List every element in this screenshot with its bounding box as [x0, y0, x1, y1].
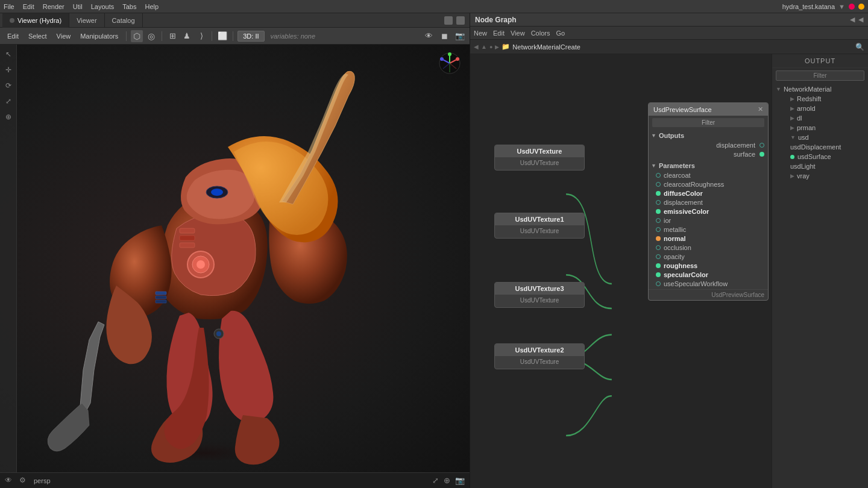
toolbar-arrow-icon[interactable]: ⟩	[195, 30, 207, 42]
tab-icon-collapse[interactable]	[444, 16, 453, 25]
vray-arrow-icon: ▶	[790, 173, 794, 179]
toolbar-variables: variables: none	[271, 33, 316, 40]
node-usd-uv-texture-2[interactable]: UsdUVTexture1 UsdUVTexture	[494, 213, 585, 239]
window-dot-red[interactable]	[849, 4, 855, 10]
tool-scale-icon[interactable]: ⤢	[2, 95, 14, 107]
window-dot-yellow[interactable]	[858, 4, 864, 10]
ps-param-opacity: opacity	[651, 252, 764, 261]
toolbar-person-icon[interactable]: ♟	[181, 30, 193, 42]
robot-model	[17, 57, 439, 472]
ps-param-use-specular: useSpecularWorkflow	[651, 279, 764, 288]
ps-node-title: UsdPreviewSurface ✕	[649, 103, 768, 116]
ps-output-surface: surface	[651, 149, 764, 158]
ps-params-triangle-icon[interactable]: ▼	[651, 163, 656, 169]
node-usd-uv-texture-4[interactable]: UsdUVTexture2 UsdUVTexture	[494, 343, 585, 369]
viewport-frame-icon[interactable]: ⤢	[432, 476, 439, 485]
menu-file[interactable]: File	[4, 3, 14, 10]
ps-filter[interactable]: Filter	[652, 118, 764, 127]
toolbar-sphere-icon[interactable]: ◎	[145, 30, 157, 42]
svg-point-20	[440, 57, 444, 61]
ng-menu-view[interactable]: View	[511, 30, 525, 37]
output-tree-vray[interactable]: ▶ vray	[779, 171, 868, 181]
ps-outputs-section: ▼ Outputs displacement surface	[649, 130, 768, 160]
ng-collapse-icon[interactable]: ◀	[850, 16, 855, 23]
menu-render[interactable]: Render	[43, 3, 64, 10]
toolbar-camera-icon[interactable]: 📷	[454, 30, 466, 42]
output-tree-usd[interactable]: ▼ usd	[779, 133, 868, 142]
ps-footer: UsdPreviewSurface	[649, 289, 768, 300]
ng-menu-colors[interactable]: Colors	[531, 30, 550, 37]
ps-use-specular-dot	[656, 281, 661, 286]
output-tree-dl[interactable]: ▶ dl	[779, 113, 868, 123]
toolbar-display-icon[interactable]: ◼	[438, 30, 450, 42]
menu-layouts[interactable]: Layouts	[91, 3, 115, 10]
menu-tabs[interactable]: Tabs	[122, 3, 136, 10]
output-tree-network-material[interactable]: ▼ NetworkMaterial	[772, 84, 868, 94]
ps-emissive-dot	[656, 209, 661, 214]
ps-specular-dot	[656, 272, 661, 277]
node-graph-panel: Node Graph ◀ ◀ New Edit View Colors Go ◀…	[470, 13, 868, 488]
usd-surface-dot	[790, 155, 794, 159]
output-tree-usd-surface[interactable]: usdSurface	[772, 152, 868, 161]
menu-edit[interactable]: Edit	[23, 3, 34, 10]
ng-search-icon[interactable]: 🔍	[855, 43, 864, 51]
toolbar-cube-icon[interactable]: ⬡	[131, 30, 143, 42]
toolbar-view-btn[interactable]: View	[53, 31, 75, 41]
toolbar-eye-slash-icon[interactable]: 👁	[423, 30, 435, 42]
output-tree-redshift[interactable]: ▶ Redshift	[779, 94, 868, 104]
viewport-crosshair-icon[interactable]: ⊕	[444, 476, 450, 485]
toolbar-sep-4	[233, 31, 233, 41]
ng-bc-up-icon[interactable]: ▲	[481, 43, 487, 50]
tab-icon-expand[interactable]	[456, 16, 465, 25]
toolbar-frame-icon[interactable]: ⬜	[216, 30, 228, 42]
tool-rotate-icon[interactable]: ⟳	[2, 80, 14, 92]
ps-param-normal: normal	[651, 234, 764, 243]
toolbar-3d-mode[interactable]: 3D: II	[237, 31, 264, 42]
ps-close-btn[interactable]: ✕	[758, 105, 763, 113]
ng-menu-edit[interactable]: Edit	[493, 30, 505, 37]
svg-point-10	[216, 331, 221, 336]
title-arrow-down-icon[interactable]: ▼	[838, 3, 845, 10]
svg-rect-13	[156, 300, 166, 303]
output-filter[interactable]: Filter	[776, 70, 864, 81]
ps-output-displacement: displacement	[651, 140, 764, 149]
toolbar-manipulators-btn[interactable]: Manipulators	[77, 31, 122, 41]
menu-util[interactable]: Util	[73, 3, 83, 10]
svg-rect-11	[156, 292, 166, 295]
ng-menu-new[interactable]: New	[474, 30, 487, 37]
node-usd-uv-texture-3[interactable]: UsdUVTexture3 UsdUVTexture	[494, 282, 585, 308]
ng-menu-go[interactable]: Go	[556, 30, 565, 37]
output-tree-usd-light[interactable]: usdLight	[772, 161, 868, 171]
ng-breadcrumb: ◀ ▲ ● ▶ 📁 NetworkMaterialCreate 🔍	[470, 40, 868, 54]
ps-param-clearcoat: clearcoat	[651, 170, 764, 180]
viewport-camera2-icon[interactable]: 📷	[455, 476, 465, 485]
ps-outputs-triangle-icon[interactable]: ▼	[651, 133, 656, 139]
ng-header-icons: ◀ ◀	[850, 16, 863, 23]
ng-bc-back-icon[interactable]: ◀	[474, 43, 479, 50]
menu-help[interactable]: Help	[145, 3, 159, 10]
toolbar-select-btn[interactable]: Select	[25, 31, 51, 41]
viewport-gear-icon[interactable]: ⚙	[19, 476, 29, 486]
output-tree-arnold[interactable]: ▶ arnold	[779, 104, 868, 113]
svg-rect-7	[180, 236, 195, 240]
tab-viewer-hydra[interactable]: Viewer (Hydra)	[2, 13, 69, 28]
node-title-3: UsdUVTexture3	[495, 283, 584, 295]
output-tree-usd-displacement[interactable]: usdDisplacement	[772, 142, 868, 152]
ng-bc-path[interactable]: NetworkMaterialCreate	[512, 43, 580, 51]
ng-canvas[interactable]: UsdUVTexture UsdUVTexture UsdUVTexture1 …	[470, 54, 772, 488]
node-usd-preview-surface[interactable]: UsdPreviewSurface ✕ Filter ▼ Outputs dis…	[648, 102, 769, 301]
tool-move-icon[interactable]: ✛	[2, 64, 14, 76]
tab-catalog[interactable]: Catalog	[105, 13, 143, 28]
node-title-2: UsdUVTexture1	[495, 213, 584, 225]
toolbar-grid-icon[interactable]: ⊞	[166, 30, 178, 42]
tool-transform-icon[interactable]: ⊕	[2, 111, 14, 123]
node-usd-uv-texture-1[interactable]: UsdUVTexture UsdUVTexture	[494, 145, 585, 170]
svg-point-16	[456, 57, 459, 61]
viewport-eye-icon[interactable]: 👁	[5, 476, 14, 486]
tool-select-icon[interactable]: ↖	[2, 48, 14, 60]
viewport-persp-label: persp	[34, 477, 51, 484]
output-tree-prman[interactable]: ▶ prman	[779, 123, 868, 133]
tab-viewer[interactable]: Viewer	[69, 13, 104, 28]
toolbar-edit-btn[interactable]: Edit	[4, 31, 22, 41]
ng-expand-icon[interactable]: ◀	[858, 16, 863, 23]
